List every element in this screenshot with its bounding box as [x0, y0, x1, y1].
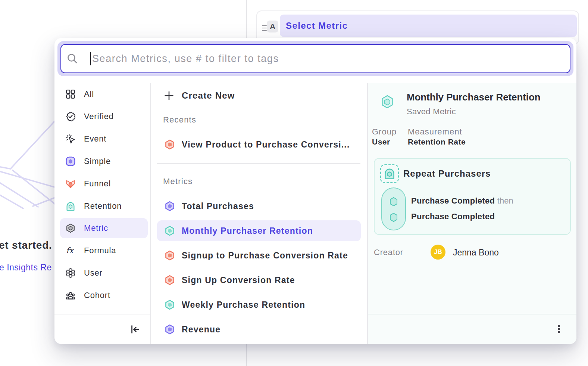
metric-item-revenue[interactable]: Revenue: [157, 319, 361, 340]
metrics-section-label: Metrics: [163, 177, 193, 186]
metric-hexagon-icon-purple: [165, 324, 175, 335]
collapse-sidebar-icon[interactable]: [130, 325, 140, 334]
cohort-icon: [66, 291, 75, 300]
event-cursor-icon: [66, 134, 75, 144]
search-focus-ring: Search Metrics, use # to filter to tags: [57, 41, 573, 76]
metric-hexagon-icon-red: [165, 139, 175, 150]
sidebar-item-verified[interactable]: Verified: [60, 106, 148, 127]
create-new-button[interactable]: Create New: [157, 85, 361, 106]
svg-text:fx: fx: [66, 246, 74, 255]
select-metric-label: Select Metric: [286, 21, 348, 31]
metric-picker-modal: Search Metrics, use # to filter to tags …: [54, 38, 576, 344]
sidebar-item-event[interactable]: Event: [60, 129, 148, 149]
metric-hexagon-icon-red: [165, 275, 175, 285]
metric-hexagon-icon-purple: [165, 201, 175, 211]
sidebar-item-metric[interactable]: Metric: [60, 218, 148, 238]
plus-icon: [165, 91, 173, 100]
formula-icon: fx: [66, 246, 75, 255]
recents-section-label: Recents: [163, 115, 196, 125]
metric-item-signup-to-purchase-conversion-rate[interactable]: Signup to Purchase Conversion Rate: [157, 245, 361, 266]
step-hexagon-icon: [389, 197, 398, 207]
sidebar-item-funnel[interactable]: Funnel: [60, 174, 148, 194]
measurement-value: Retention Rate: [408, 137, 466, 146]
panel-footer-divider: [368, 314, 576, 314]
creator-label: Creator: [374, 248, 403, 257]
query-row-badge: A: [267, 21, 278, 32]
metric-definition-card: Repeat Purchasers Purchase Completed the…: [374, 158, 571, 235]
text-caret: [90, 52, 91, 65]
metric-hexagon-icon-teal: [165, 300, 175, 310]
sidebar-item-user[interactable]: User: [60, 263, 148, 283]
background-headline-fragment: et started.: [0, 239, 52, 251]
metric-item-total-purchases[interactable]: Total Purchases: [157, 196, 361, 217]
sidebar-item-formula[interactable]: fx Formula: [60, 241, 148, 261]
recent-item[interactable]: View Product to Purchase Conversi...: [157, 134, 361, 155]
definition-name: Repeat Purchasers: [403, 168, 491, 179]
sidebar-item-all[interactable]: All: [60, 84, 148, 104]
sidebar-item-retention[interactable]: Retention: [60, 196, 148, 216]
sidebar-divider: [150, 83, 151, 344]
simple-icon: [66, 156, 75, 166]
metric-preview-panel: Monthly Purchaser Retention Saved Metric…: [368, 83, 576, 344]
verified-badge-icon: [66, 112, 75, 121]
metric-hexagon-icon-red: [165, 250, 175, 261]
definition-step-1: Purchase Completed then: [411, 196, 513, 206]
sidebar-footer-divider: [54, 314, 150, 314]
metric-item-weekly-purchase-retention[interactable]: Weekly Purchase Retention: [157, 294, 361, 315]
select-metric-field[interactable]: Select Metric: [280, 15, 577, 37]
search-icon: [66, 53, 78, 65]
steps-capsule: [381, 187, 406, 230]
metric-hexagon-icon: [66, 223, 75, 233]
measurement-label: Measurement: [408, 127, 462, 137]
saved-metric-hexagon-icon: [381, 95, 394, 109]
retention-icon: [66, 201, 75, 211]
retention-arch-icon: [384, 168, 395, 180]
funnel-icon: [66, 179, 75, 189]
group-label: Group: [372, 127, 397, 137]
sidebar-item-cohort[interactable]: Cohort: [60, 285, 148, 305]
more-options-icon[interactable]: [557, 325, 560, 333]
grid-icon: [66, 89, 75, 99]
preview-title: Monthly Purchaser Retention: [407, 92, 540, 103]
search-input[interactable]: Search Metrics, use # to filter to tags: [60, 44, 570, 73]
creator-name: Jenna Bono: [453, 248, 499, 258]
creator-avatar: JB: [431, 245, 445, 260]
search-placeholder: Search Metrics, use # to filter to tags: [92, 53, 279, 65]
step-hexagon-icon: [389, 213, 398, 222]
section-divider: [157, 163, 360, 164]
background-link-fragment[interactable]: e Insights Re: [0, 263, 52, 273]
decorative-chart-lines: [0, 112, 60, 220]
metric-item-monthly-purchaser-retention[interactable]: Monthly Purchaser Retention: [157, 220, 361, 241]
metric-item-sign-up-conversion-rate[interactable]: Sign Up Conversion Rate: [157, 270, 361, 291]
retention-definition-icon: [380, 164, 399, 183]
metric-hexagon-icon-teal: [165, 226, 175, 236]
group-value: User: [372, 137, 390, 146]
definition-step-2: Purchase Completed: [411, 212, 495, 221]
sidebar-item-simple[interactable]: Simple: [60, 151, 148, 171]
user-cluster-icon: [66, 268, 75, 278]
preview-subtitle: Saved Metric: [407, 107, 456, 117]
